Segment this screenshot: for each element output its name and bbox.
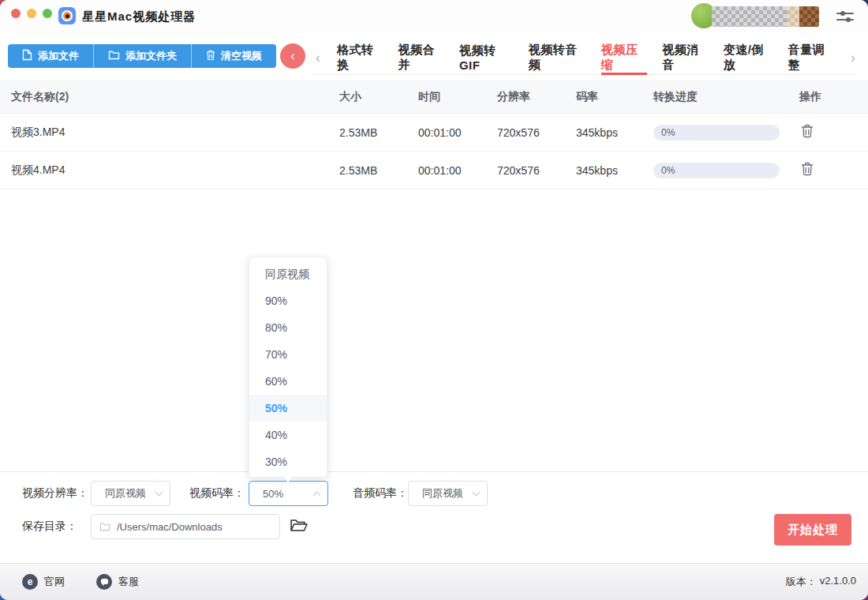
- col-resolution: 分辨率: [497, 90, 576, 104]
- file-table: 文件名称(2) 大小 时间 分辨率 码率 转换进度 操作 视频3.MP4 2.5…: [0, 81, 868, 189]
- trash-icon: [801, 162, 814, 176]
- file-duration: 00:01:00: [418, 126, 497, 139]
- video-bitrate-value: 50%: [263, 488, 283, 500]
- tabs-scroll-right-icon[interactable]: ›: [849, 51, 857, 65]
- dropdown-option[interactable]: 60%: [249, 368, 327, 395]
- support-label: 客服: [118, 575, 139, 589]
- save-dir-label: 保存目录：: [22, 519, 77, 534]
- add-folder-button[interactable]: 添加文件夹: [93, 44, 191, 68]
- tab-video-merge[interactable]: 视频合并: [398, 41, 443, 75]
- collapse-back-button[interactable]: ‹: [280, 43, 305, 69]
- dropdown-option[interactable]: 80%: [249, 314, 327, 341]
- dropdown-option[interactable]: 70%: [249, 341, 327, 368]
- tab-format-convert[interactable]: 格式转换: [337, 41, 383, 75]
- file-resolution: 720x576: [497, 164, 576, 177]
- clear-videos-button[interactable]: 清空视频: [191, 44, 276, 68]
- col-duration: 时间: [418, 90, 497, 104]
- toolbar-button-group: 添加文件 添加文件夹 清空视频: [8, 44, 276, 68]
- website-link[interactable]: e 官网: [22, 574, 65, 590]
- save-dir-input[interactable]: /Users/mac/Downloads: [91, 514, 280, 539]
- file-size: 2.53MB: [339, 164, 418, 177]
- tab-bar: ‹ 格式转换 视频合并 视频转GIF 视频转音频 视频压缩 视频消音 变速/倒放…: [314, 41, 857, 75]
- audio-bitrate-select[interactable]: 同原视频: [408, 481, 488, 506]
- website-label: 官网: [44, 575, 65, 589]
- progress-bar: 0%: [653, 163, 780, 178]
- version-label: 版本：: [786, 575, 817, 589]
- version-value: v2.1.0.0: [820, 575, 856, 589]
- file-duration: 00:01:00: [418, 164, 497, 177]
- progress-value: 0%: [661, 165, 675, 176]
- file-name: 视频4.MP4: [0, 163, 339, 178]
- username-blurred: [712, 6, 819, 27]
- delete-row-button[interactable]: [799, 124, 815, 141]
- app-logo-icon: [58, 7, 76, 24]
- save-dir-value: /Users/mac/Downloads: [117, 521, 223, 533]
- table-row: 视频3.MP4 2.53MB 00:01:00 720x576 345kbps …: [0, 114, 868, 152]
- col-progress: 转换进度: [643, 90, 793, 104]
- support-link[interactable]: 客服: [96, 574, 139, 590]
- file-size: 2.53MB: [339, 126, 418, 139]
- file-name: 视频3.MP4: [0, 126, 339, 140]
- trash-icon: [206, 50, 215, 63]
- progress-bar: 0%: [653, 125, 780, 141]
- file-icon: [22, 49, 32, 63]
- settings-panel: 视频分辨率： 同原视频 视频码率： 50% 音频码率： 同原视频 保存目录： /…: [0, 471, 868, 563]
- folder-icon: [108, 50, 120, 62]
- chevron-down-icon: [155, 488, 163, 496]
- minimize-window-button[interactable]: [27, 9, 36, 18]
- col-filename: 文件名称(2): [0, 90, 339, 104]
- folder-icon: [99, 522, 110, 531]
- col-size: 大小: [339, 90, 418, 104]
- video-bitrate-select[interactable]: 50%: [249, 481, 328, 506]
- chevron-down-icon: [473, 488, 481, 496]
- resolution-select[interactable]: 同原视频: [91, 481, 170, 506]
- dropdown-option[interactable]: 同原视频: [249, 261, 327, 287]
- table-header-row: 文件名称(2) 大小 时间 分辨率 码率 转换进度 操作: [0, 81, 868, 114]
- file-bitrate: 345kbps: [576, 126, 643, 139]
- chat-icon: [96, 574, 112, 590]
- browse-folder-button[interactable]: [289, 518, 308, 535]
- tabs-scroll-left-icon[interactable]: ‹: [314, 51, 322, 65]
- chevron-left-icon: ‹: [290, 49, 294, 63]
- tab-video-to-gif[interactable]: 视频转GIF: [459, 41, 514, 75]
- titlebar: 星星Mac视频处理器: [0, 0, 868, 35]
- version-info: 版本： v2.1.0.0: [786, 575, 856, 589]
- file-bitrate: 345kbps: [576, 164, 643, 177]
- tab-video-mute[interactable]: 视频消音: [662, 41, 708, 75]
- folder-open-icon: [290, 518, 308, 533]
- add-file-label: 添加文件: [38, 49, 79, 63]
- tab-video-to-audio[interactable]: 视频转音频: [529, 41, 586, 75]
- close-window-button[interactable]: [11, 9, 21, 18]
- trash-icon: [801, 124, 814, 138]
- web-icon: e: [22, 574, 38, 590]
- add-file-button[interactable]: 添加文件: [8, 44, 93, 68]
- audio-bitrate-label: 音频码率：: [353, 486, 408, 501]
- settings-sliders-icon[interactable]: [836, 9, 854, 24]
- tab-speed-reverse[interactable]: 变速/倒放: [724, 41, 773, 75]
- dropdown-option-selected[interactable]: 50%: [249, 395, 327, 422]
- clear-videos-label: 清空视频: [221, 49, 262, 63]
- chevron-up-icon: [313, 491, 321, 499]
- tab-volume-adjust[interactable]: 音量调整: [788, 41, 834, 75]
- footer: e 官网 客服 版本： v2.1.0.0: [0, 563, 868, 600]
- video-bitrate-label: 视频码率：: [189, 486, 245, 501]
- resolution-label: 视频分辨率：: [22, 486, 88, 501]
- app-title: 星星Mac视频处理器: [82, 9, 196, 24]
- app-window: 星星Mac视频处理器 添加文件 添加文件夹: [0, 0, 868, 600]
- file-resolution: 720x576: [497, 126, 576, 139]
- dropdown-option[interactable]: 90%: [249, 287, 327, 314]
- progress-value: 0%: [661, 127, 675, 138]
- start-processing-button[interactable]: 开始处理: [774, 514, 851, 546]
- resolution-value: 同原视频: [105, 486, 146, 501]
- col-operations: 操作: [793, 90, 868, 104]
- delete-row-button[interactable]: [799, 162, 815, 179]
- add-folder-label: 添加文件夹: [125, 49, 177, 63]
- table-row: 视频4.MP4 2.53MB 00:01:00 720x576 345kbps …: [0, 152, 868, 189]
- zoom-window-button[interactable]: [43, 9, 52, 18]
- dropdown-option[interactable]: 40%: [249, 422, 327, 448]
- bitrate-dropdown-menu: 同原视频 90% 80% 70% 60% 50% 40% 30%: [249, 257, 327, 478]
- audio-bitrate-value: 同原视频: [422, 486, 463, 501]
- col-bitrate: 码率: [576, 90, 643, 104]
- tab-video-compress[interactable]: 视频压缩: [601, 41, 647, 75]
